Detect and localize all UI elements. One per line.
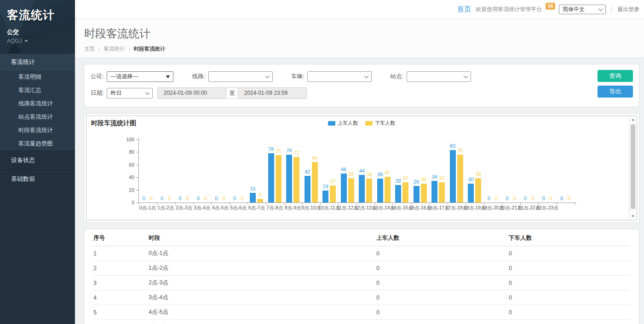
- date-label: 日期:: [91, 89, 104, 97]
- logout-link[interactable]: 退出登录: [617, 6, 639, 13]
- scrollbar-down-arrow[interactable]: ▼: [629, 213, 637, 220]
- app-title: 客流统计: [7, 7, 75, 23]
- chart-title: 时段车流统计图: [91, 119, 136, 127]
- line-label: 线路:: [192, 73, 205, 81]
- chart-legend: 上车人数下车人数: [328, 120, 395, 127]
- table-row: 65点-6点00: [93, 320, 630, 324]
- scrollbar-thumb[interactable]: [631, 124, 635, 209]
- y-tick-label: 60: [121, 162, 134, 168]
- date-from-input[interactable]: 2024-01-09 00:00: [158, 88, 226, 98]
- station-select[interactable]: [407, 71, 471, 82]
- alighting-bar: [293, 157, 299, 202]
- sidebar-group-header[interactable]: 客流统计: [0, 53, 75, 70]
- alighting-bar: [385, 177, 391, 202]
- alighting-bar: [348, 178, 354, 202]
- account-dropdown[interactable]: AQGJ: [7, 38, 75, 44]
- date-range-group: 2024-01-09 00:00 至 2024-01-09 23:59: [157, 87, 307, 99]
- breadcrumb-parent[interactable]: 客流统计: [104, 46, 125, 52]
- boarding-bar: [377, 179, 383, 202]
- table-cell: 0: [376, 305, 509, 320]
- table-cell: 0: [509, 261, 630, 276]
- table-cell: 1点-2点: [149, 261, 376, 276]
- breadcrumb: 主页 / 客流统计 / 时段客流统计: [84, 46, 635, 52]
- line-select[interactable]: [208, 71, 273, 82]
- sidebar-brand: 客流统计 公交 AQGJ: [0, 0, 75, 53]
- table-cell: 0: [376, 261, 509, 276]
- boarding-bar: [431, 181, 437, 202]
- breadcrumb-separator: /: [128, 46, 130, 52]
- chevron-down-icon: [364, 74, 369, 78]
- table-card: 序号 时段 上车人数 下车人数 10点-1点0021点-2点0032点-3点00…: [84, 229, 639, 324]
- bar-value-label: 41: [380, 170, 395, 175]
- welcome-text: 欢迎使用客流统计管理平台: [476, 6, 542, 13]
- alighting-bar: [421, 184, 427, 202]
- date-to-input[interactable]: 2024-01-09 23:59: [238, 88, 306, 98]
- sidebar-sections: 设备状态基础数据: [0, 150, 75, 188]
- alighting-bar: [312, 162, 318, 202]
- table-cell: 1: [93, 246, 149, 261]
- x-axis-label: 22点-23点: [533, 205, 562, 211]
- filter-card: 公司: ---请选择--- 线路: 车辆: 站点:: [84, 64, 639, 107]
- legend-item[interactable]: 上车人数: [328, 120, 358, 127]
- language-select[interactable]: 简体中文: [559, 5, 606, 14]
- station-label: 站点:: [390, 73, 403, 81]
- language-select-value: 简体中文: [563, 6, 585, 13]
- sidebar-subitem[interactable]: 线路客流统计: [0, 97, 75, 110]
- sidebar-subitem[interactable]: 时段客流统计: [0, 124, 75, 137]
- table-row: 43点-4点00: [93, 290, 630, 305]
- boarding-bar: [341, 174, 347, 202]
- sidebar-subitem[interactable]: 客流量趋势图: [0, 137, 75, 150]
- y-tick-label: 20: [121, 187, 134, 193]
- breadcrumb-separator: /: [98, 46, 100, 52]
- bar-value-label: 15: [245, 186, 261, 191]
- date-preset-select[interactable]: 昨日: [107, 88, 153, 98]
- main-area: 首页 欢迎使用客流统计管理平台 34 简体中文 退出登录 时段客流统计 主页 /…: [75, 0, 644, 324]
- caret-down-icon: [24, 40, 28, 42]
- table-cell: 6: [93, 320, 149, 324]
- table-cell: 0: [509, 246, 630, 261]
- vehicle-select[interactable]: [307, 71, 372, 82]
- boarding-bar: [286, 155, 292, 202]
- col-header-boarding: 上车人数: [376, 230, 509, 246]
- bar-value-label: 0: [234, 196, 250, 201]
- sidebar-subitem[interactable]: 客流明细: [0, 70, 75, 84]
- company-select[interactable]: ---请选择---: [107, 71, 173, 82]
- vehicle-label: 车辆:: [291, 73, 304, 81]
- topbar: 首页 欢迎使用客流统计管理平台 34 简体中文 退出登录: [75, 0, 644, 19]
- org-name: 公交: [7, 28, 75, 36]
- sidebar-section-item[interactable]: 基础数据: [0, 169, 75, 188]
- alighting-bar: [402, 182, 408, 202]
- sidebar-group-passenger-stats: 客流统计 客流明细客流汇总线路客流统计站点客流统计时段客流统计客流量趋势图: [0, 53, 75, 150]
- sidebar-section-item[interactable]: 设备状态: [0, 150, 75, 169]
- table-row: 21点-2点00: [93, 261, 630, 276]
- boarding-bar: [468, 184, 474, 202]
- breadcrumb-home[interactable]: 主页: [84, 46, 95, 52]
- home-link[interactable]: 首页: [457, 5, 471, 14]
- boarding-bar: [450, 150, 456, 202]
- sidebar-subitem[interactable]: 站点客流统计: [0, 110, 75, 124]
- export-button[interactable]: 导出: [598, 86, 633, 98]
- legend-swatch-icon: [328, 121, 335, 126]
- bar-value-label: 39: [471, 171, 486, 177]
- y-tick-label: 40: [121, 174, 134, 180]
- notification-badge: 34: [546, 3, 555, 10]
- query-button[interactable]: 查询: [598, 70, 633, 82]
- page-content: 公司: ---请选择--- 线路: 车辆: 站点:: [75, 58, 644, 324]
- table-cell: 0: [509, 290, 630, 305]
- boarding-bar: [322, 191, 328, 202]
- table-cell: 3: [93, 276, 149, 290]
- chevron-down-icon: [145, 90, 150, 95]
- table-row: 10点-1点00: [93, 246, 630, 261]
- legend-item[interactable]: 下车人数: [365, 120, 395, 127]
- chart-scrollbar: ▲ ▼: [629, 116, 637, 220]
- scrollbar-up-arrow[interactable]: ▲: [629, 116, 637, 123]
- table-cell: 0: [376, 320, 509, 324]
- bar-value-label: 0: [561, 196, 577, 201]
- bar-value-label: 32: [434, 175, 450, 181]
- app-window: 客流统计 公交 AQGJ 客流统计 客流明细客流汇总线路客流统计站点客流统计时段…: [0, 0, 644, 324]
- sidebar-subitem[interactable]: 客流汇总: [0, 84, 75, 97]
- y-tick-mark: [136, 152, 138, 152]
- triangle-down-icon: [166, 75, 170, 78]
- legend-swatch-icon: [365, 121, 373, 126]
- boarding-bar: [305, 176, 310, 202]
